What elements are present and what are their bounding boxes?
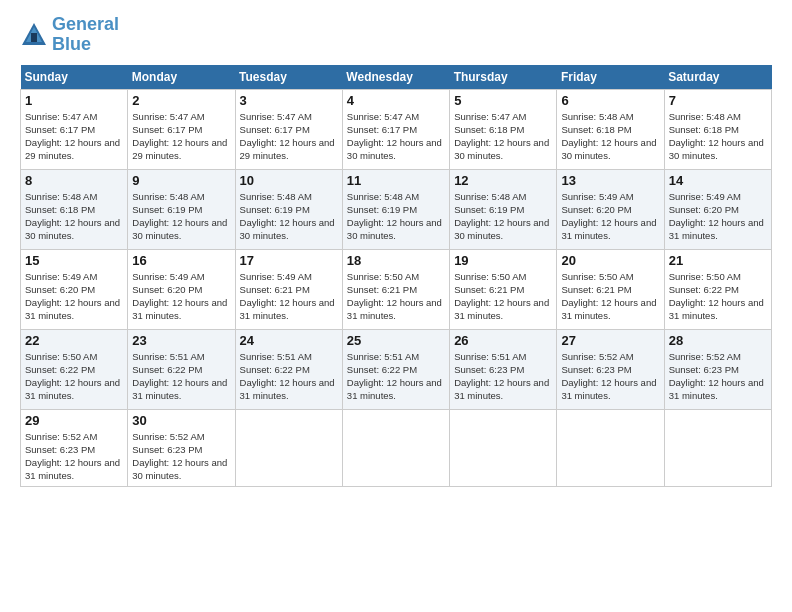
day-info: Sunrise: 5:48 AMSunset: 6:19 PMDaylight:… bbox=[132, 190, 230, 243]
day-number: 11 bbox=[347, 173, 445, 188]
calendar-cell: 13Sunrise: 5:49 AMSunset: 6:20 PMDayligh… bbox=[557, 169, 664, 249]
calendar-cell: 19Sunrise: 5:50 AMSunset: 6:21 PMDayligh… bbox=[450, 249, 557, 329]
day-info: Sunrise: 5:48 AMSunset: 6:19 PMDaylight:… bbox=[347, 190, 445, 243]
calendar-cell: 17Sunrise: 5:49 AMSunset: 6:21 PMDayligh… bbox=[235, 249, 342, 329]
weekday-tuesday: Tuesday bbox=[235, 65, 342, 90]
day-info: Sunrise: 5:47 AMSunset: 6:18 PMDaylight:… bbox=[454, 110, 552, 163]
calendar-cell: 9Sunrise: 5:48 AMSunset: 6:19 PMDaylight… bbox=[128, 169, 235, 249]
day-info: Sunrise: 5:52 AMSunset: 6:23 PMDaylight:… bbox=[561, 350, 659, 403]
calendar-table: SundayMondayTuesdayWednesdayThursdayFrid… bbox=[20, 65, 772, 487]
logo-text: General Blue bbox=[52, 15, 119, 55]
calendar-cell: 20Sunrise: 5:50 AMSunset: 6:21 PMDayligh… bbox=[557, 249, 664, 329]
day-info: Sunrise: 5:48 AMSunset: 6:18 PMDaylight:… bbox=[561, 110, 659, 163]
calendar-cell: 16Sunrise: 5:49 AMSunset: 6:20 PMDayligh… bbox=[128, 249, 235, 329]
logo: General Blue bbox=[20, 15, 119, 55]
calendar-cell bbox=[664, 409, 771, 486]
day-number: 7 bbox=[669, 93, 767, 108]
calendar-cell: 30Sunrise: 5:52 AMSunset: 6:23 PMDayligh… bbox=[128, 409, 235, 486]
calendar-cell: 22Sunrise: 5:50 AMSunset: 6:22 PMDayligh… bbox=[21, 329, 128, 409]
calendar-cell: 28Sunrise: 5:52 AMSunset: 6:23 PMDayligh… bbox=[664, 329, 771, 409]
calendar-week-2: 8Sunrise: 5:48 AMSunset: 6:18 PMDaylight… bbox=[21, 169, 772, 249]
day-number: 21 bbox=[669, 253, 767, 268]
day-number: 20 bbox=[561, 253, 659, 268]
day-info: Sunrise: 5:49 AMSunset: 6:20 PMDaylight:… bbox=[132, 270, 230, 323]
weekday-wednesday: Wednesday bbox=[342, 65, 449, 90]
day-number: 1 bbox=[25, 93, 123, 108]
calendar-cell: 25Sunrise: 5:51 AMSunset: 6:22 PMDayligh… bbox=[342, 329, 449, 409]
svg-rect-2 bbox=[31, 33, 37, 42]
day-number: 15 bbox=[25, 253, 123, 268]
header: General Blue bbox=[20, 15, 772, 55]
calendar-cell: 10Sunrise: 5:48 AMSunset: 6:19 PMDayligh… bbox=[235, 169, 342, 249]
calendar-cell: 1Sunrise: 5:47 AMSunset: 6:17 PMDaylight… bbox=[21, 89, 128, 169]
weekday-saturday: Saturday bbox=[664, 65, 771, 90]
day-number: 6 bbox=[561, 93, 659, 108]
calendar-cell: 3Sunrise: 5:47 AMSunset: 6:17 PMDaylight… bbox=[235, 89, 342, 169]
day-number: 19 bbox=[454, 253, 552, 268]
day-info: Sunrise: 5:49 AMSunset: 6:20 PMDaylight:… bbox=[25, 270, 123, 323]
page: General Blue SundayMondayTuesdayWednesda… bbox=[0, 0, 792, 612]
day-number: 27 bbox=[561, 333, 659, 348]
day-info: Sunrise: 5:47 AMSunset: 6:17 PMDaylight:… bbox=[25, 110, 123, 163]
day-number: 8 bbox=[25, 173, 123, 188]
day-number: 14 bbox=[669, 173, 767, 188]
day-info: Sunrise: 5:48 AMSunset: 6:18 PMDaylight:… bbox=[25, 190, 123, 243]
weekday-friday: Friday bbox=[557, 65, 664, 90]
day-number: 4 bbox=[347, 93, 445, 108]
day-info: Sunrise: 5:50 AMSunset: 6:21 PMDaylight:… bbox=[347, 270, 445, 323]
calendar-week-5: 29Sunrise: 5:52 AMSunset: 6:23 PMDayligh… bbox=[21, 409, 772, 486]
day-info: Sunrise: 5:49 AMSunset: 6:21 PMDaylight:… bbox=[240, 270, 338, 323]
calendar-cell: 24Sunrise: 5:51 AMSunset: 6:22 PMDayligh… bbox=[235, 329, 342, 409]
day-number: 18 bbox=[347, 253, 445, 268]
day-number: 24 bbox=[240, 333, 338, 348]
day-info: Sunrise: 5:50 AMSunset: 6:22 PMDaylight:… bbox=[669, 270, 767, 323]
day-number: 23 bbox=[132, 333, 230, 348]
weekday-header-row: SundayMondayTuesdayWednesdayThursdayFrid… bbox=[21, 65, 772, 90]
calendar-cell: 23Sunrise: 5:51 AMSunset: 6:22 PMDayligh… bbox=[128, 329, 235, 409]
day-info: Sunrise: 5:52 AMSunset: 6:23 PMDaylight:… bbox=[669, 350, 767, 403]
logo-blue: Blue bbox=[52, 34, 91, 54]
day-info: Sunrise: 5:47 AMSunset: 6:17 PMDaylight:… bbox=[347, 110, 445, 163]
day-info: Sunrise: 5:50 AMSunset: 6:21 PMDaylight:… bbox=[561, 270, 659, 323]
calendar-cell bbox=[235, 409, 342, 486]
calendar-week-4: 22Sunrise: 5:50 AMSunset: 6:22 PMDayligh… bbox=[21, 329, 772, 409]
calendar-cell: 21Sunrise: 5:50 AMSunset: 6:22 PMDayligh… bbox=[664, 249, 771, 329]
day-number: 26 bbox=[454, 333, 552, 348]
day-number: 16 bbox=[132, 253, 230, 268]
calendar-cell: 7Sunrise: 5:48 AMSunset: 6:18 PMDaylight… bbox=[664, 89, 771, 169]
day-number: 2 bbox=[132, 93, 230, 108]
day-info: Sunrise: 5:50 AMSunset: 6:22 PMDaylight:… bbox=[25, 350, 123, 403]
day-number: 22 bbox=[25, 333, 123, 348]
day-info: Sunrise: 5:52 AMSunset: 6:23 PMDaylight:… bbox=[132, 430, 230, 483]
calendar-cell: 2Sunrise: 5:47 AMSunset: 6:17 PMDaylight… bbox=[128, 89, 235, 169]
calendar-week-3: 15Sunrise: 5:49 AMSunset: 6:20 PMDayligh… bbox=[21, 249, 772, 329]
calendar-cell: 27Sunrise: 5:52 AMSunset: 6:23 PMDayligh… bbox=[557, 329, 664, 409]
day-info: Sunrise: 5:49 AMSunset: 6:20 PMDaylight:… bbox=[669, 190, 767, 243]
day-info: Sunrise: 5:48 AMSunset: 6:18 PMDaylight:… bbox=[669, 110, 767, 163]
day-number: 10 bbox=[240, 173, 338, 188]
day-number: 17 bbox=[240, 253, 338, 268]
day-number: 12 bbox=[454, 173, 552, 188]
calendar-cell: 18Sunrise: 5:50 AMSunset: 6:21 PMDayligh… bbox=[342, 249, 449, 329]
calendar-cell bbox=[450, 409, 557, 486]
weekday-sunday: Sunday bbox=[21, 65, 128, 90]
day-number: 9 bbox=[132, 173, 230, 188]
day-number: 3 bbox=[240, 93, 338, 108]
weekday-monday: Monday bbox=[128, 65, 235, 90]
calendar-cell: 29Sunrise: 5:52 AMSunset: 6:23 PMDayligh… bbox=[21, 409, 128, 486]
calendar-week-1: 1Sunrise: 5:47 AMSunset: 6:17 PMDaylight… bbox=[21, 89, 772, 169]
calendar-cell: 8Sunrise: 5:48 AMSunset: 6:18 PMDaylight… bbox=[21, 169, 128, 249]
calendar-cell bbox=[342, 409, 449, 486]
day-info: Sunrise: 5:48 AMSunset: 6:19 PMDaylight:… bbox=[454, 190, 552, 243]
day-info: Sunrise: 5:50 AMSunset: 6:21 PMDaylight:… bbox=[454, 270, 552, 323]
day-info: Sunrise: 5:52 AMSunset: 6:23 PMDaylight:… bbox=[25, 430, 123, 483]
calendar-cell: 26Sunrise: 5:51 AMSunset: 6:23 PMDayligh… bbox=[450, 329, 557, 409]
day-info: Sunrise: 5:48 AMSunset: 6:19 PMDaylight:… bbox=[240, 190, 338, 243]
day-info: Sunrise: 5:51 AMSunset: 6:22 PMDaylight:… bbox=[240, 350, 338, 403]
day-number: 5 bbox=[454, 93, 552, 108]
calendar-cell: 14Sunrise: 5:49 AMSunset: 6:20 PMDayligh… bbox=[664, 169, 771, 249]
calendar-cell: 5Sunrise: 5:47 AMSunset: 6:18 PMDaylight… bbox=[450, 89, 557, 169]
calendar-cell: 4Sunrise: 5:47 AMSunset: 6:17 PMDaylight… bbox=[342, 89, 449, 169]
calendar-cell: 15Sunrise: 5:49 AMSunset: 6:20 PMDayligh… bbox=[21, 249, 128, 329]
day-info: Sunrise: 5:49 AMSunset: 6:20 PMDaylight:… bbox=[561, 190, 659, 243]
